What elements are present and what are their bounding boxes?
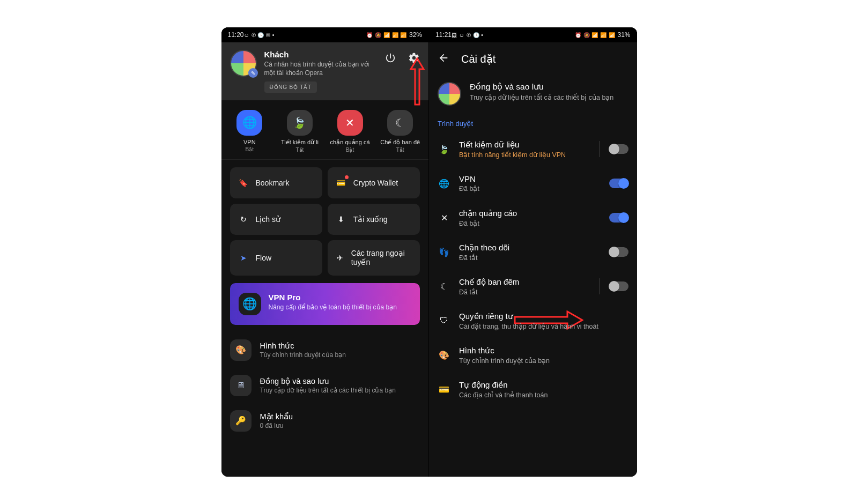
row-ad-block[interactable]: ✕ chặn quảng cáo Đã bật — [429, 201, 637, 235]
globe-lock-icon: 🌐 — [242, 116, 257, 130]
status-battery: 32% — [409, 31, 422, 39]
quick-toggles-row: 🌐 VPN Bật 🍃 Tiết kiệm dữ li Tắt ✕ chặn q… — [221, 100, 429, 160]
sync-all-button[interactable]: ĐỒNG BỘ TẤT — [264, 81, 317, 93]
globe-lock-icon: 🌐 — [438, 179, 450, 189]
row-autofill[interactable]: 💳 Tự động điền Các địa chỉ và thẻ thanh … — [429, 372, 637, 406]
status-right-icons: ⏰ 🔕 📶 📶 📶 — [575, 32, 616, 38]
account-panel[interactable]: ✎ Khách Cá nhân hoá trình duyệt của bạn … — [221, 42, 429, 100]
toggle-ad-block[interactable] — [609, 213, 628, 223]
quick-night-mode[interactable]: ☾ Chế độ ban đê Tắt — [376, 110, 424, 153]
status-battery: 31% — [617, 31, 630, 39]
toggle-tracking[interactable] — [609, 247, 628, 257]
tile-downloads[interactable]: ⬇ Tải xuống — [328, 204, 420, 235]
history-icon: ↻ — [238, 213, 249, 225]
moon-icon: ☾ — [395, 116, 405, 129]
shield-x-icon: ✕ — [438, 213, 450, 223]
devices-icon: 🖥 — [230, 375, 252, 396]
status-left-icons: 🖼 ☺ ✆ 🕓 • — [452, 32, 483, 38]
tile-offline-pages[interactable]: ✈ Các trang ngoại tuyến — [328, 240, 420, 276]
status-time: 11:20 — [228, 31, 244, 39]
row-sync-backup[interactable]: 🖥 Đồng bộ và sao lưu Truy cập dữ liệu tr… — [230, 368, 420, 403]
leaf-icon: 🍃 — [438, 144, 450, 154]
status-bar: 11:20 ☺ ✆ 🕓 ✉ • ⏰ 🔕 📶 📶 📶 32% — [221, 27, 429, 42]
row-passwords[interactable]: 🔑 Mật khẩu 0 đã lưu — [230, 403, 420, 439]
tile-crypto-wallet[interactable]: 💳 Crypto Wallet — [328, 167, 420, 198]
status-bar: 11:21 🖼 ☺ ✆ 🕓 • ⏰ 🔕 📶 📶 📶 31% — [429, 27, 637, 42]
status-time: 11:21 — [435, 31, 452, 39]
quick-vpn[interactable]: 🌐 VPN Bật — [225, 110, 273, 153]
quick-data-savings[interactable]: 🍃 Tiết kiệm dữ li Tắt — [276, 110, 324, 153]
shield-check-icon: 🛡 — [438, 316, 450, 325]
leaf-icon: 🍃 — [293, 116, 306, 129]
send-icon: ➤ — [238, 252, 249, 264]
screen-opera-menu: 11:20 ☺ ✆ 🕓 ✉ • ⏰ 🔕 📶 📶 📶 32% ✎ Khách Cá… — [221, 27, 430, 477]
row-data-savings[interactable]: 🍃 Tiết kiệm dữ liệu Bật tính năng tiết k… — [429, 132, 637, 166]
bookmark-icon: 🔖 — [238, 177, 249, 189]
row-appearance[interactable]: 🎨 Hình thức Tùy chỉnh trình duyệt của bạ… — [429, 338, 637, 372]
back-button[interactable] — [438, 52, 449, 66]
tile-bookmark[interactable]: 🔖 Bookmark — [230, 167, 322, 198]
key-icon: 🔑 — [230, 410, 252, 432]
tile-history[interactable]: ↻ Lịch sử — [230, 204, 322, 235]
moon-icon: ☾ — [438, 281, 450, 292]
page-title: Cài đặt — [461, 53, 495, 65]
vpn-pro-icon: 🌐 — [239, 293, 261, 315]
airplane-icon: ✈ — [335, 252, 345, 264]
vpn-pro-banner[interactable]: 🌐 VPN Pro Nâng cấp để bảo vệ toàn bộ thi… — [230, 283, 420, 325]
tiles-grid: 🔖 Bookmark 💳 Crypto Wallet ↻ Lịch sử ⬇ T… — [221, 160, 429, 283]
row-vpn[interactable]: 🌐 VPN Đã bật — [429, 166, 637, 201]
section-header-browser: Trình duyệt — [429, 117, 637, 132]
status-left-icons: ☺ ✆ 🕓 ✉ • — [244, 32, 275, 38]
row-block-tracking[interactable]: 👣 Chặn theo dõi Đã tắt — [429, 235, 637, 269]
account-desc: Cá nhân hoá trình duyệt của bạn với một … — [264, 60, 375, 77]
tile-flow[interactable]: ➤ Flow — [230, 240, 322, 276]
credit-card-icon: 💳 — [438, 384, 450, 395]
toggle-night-mode[interactable] — [609, 281, 628, 291]
account-name: Khách — [264, 50, 375, 59]
row-night-mode[interactable]: ☾ Chế độ ban đêm Đã tắt — [429, 269, 637, 303]
screen-settings: 11:21 🖼 ☺ ✆ 🕓 • ⏰ 🔕 📶 📶 📶 31% Cài đặt Đồ… — [429, 27, 637, 477]
gear-icon[interactable] — [408, 52, 420, 66]
avatar[interactable]: ✎ — [230, 50, 257, 77]
toggle-data-savings[interactable] — [609, 144, 628, 154]
power-icon[interactable] — [384, 52, 396, 66]
toggle-vpn[interactable] — [609, 179, 628, 188]
download-icon: ⬇ — [335, 213, 347, 225]
footprints-icon: 👣 — [438, 247, 450, 257]
appearance-icon: 🎨 — [230, 339, 252, 361]
row-privacy[interactable]: 🛡 Quyền riêng tư Cài đặt trang, thu thập… — [429, 303, 637, 338]
appearance-icon: 🎨 — [438, 350, 450, 360]
quick-ad-block[interactable]: ✕ chặn quảng cá Bật — [326, 110, 374, 153]
wallet-icon: 💳 — [335, 177, 347, 189]
status-right-icons: ⏰ 🔕 📶 📶 📶 — [366, 32, 407, 38]
shield-x-icon: ✕ — [345, 116, 354, 129]
row-sync-backup[interactable]: Đồng bộ và sao lưu Truy cập dữ liệu trên… — [429, 72, 637, 117]
row-appearance[interactable]: 🎨 Hình thức Tùy chỉnh trình duyệt của bạ… — [230, 332, 420, 368]
edit-avatar-icon[interactable]: ✎ — [248, 68, 258, 78]
avatar — [438, 82, 461, 106]
